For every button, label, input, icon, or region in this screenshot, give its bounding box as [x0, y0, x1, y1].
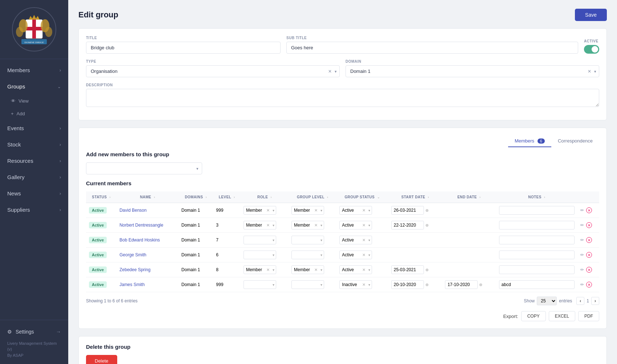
start-date-input[interactable]	[391, 280, 424, 289]
prev-page-button[interactable]: ‹	[576, 297, 584, 305]
sidebar-item-resources[interactable]: Resources ›	[0, 153, 68, 169]
tab-correspondence[interactable]: Correspondence	[551, 135, 599, 147]
active-toggle[interactable]	[584, 45, 599, 54]
role-select[interactable]: MemberAdminSecretary	[244, 221, 276, 229]
col-notes[interactable]: NOTES ›	[496, 191, 578, 203]
role-select[interactable]: MemberAdminSecretary	[244, 265, 276, 274]
group-status-select[interactable]: ActiveInactive	[339, 251, 372, 259]
delete-row-icon[interactable]: ✕	[586, 237, 592, 243]
type-clear-icon[interactable]: ✕	[328, 69, 332, 74]
start-date-clear[interactable]: ⊗	[425, 223, 429, 228]
role-select[interactable]: MemberAdminSecretary	[244, 251, 276, 259]
group-level-select[interactable]: MemberAdmin	[291, 236, 324, 244]
subtitle-input[interactable]	[286, 42, 578, 54]
notes-input[interactable]	[499, 206, 575, 215]
role-select[interactable]: MemberAdminSecretary	[244, 236, 276, 244]
group-status-clear-icon[interactable]: ✕	[362, 268, 365, 272]
edit-icon[interactable]: ✏	[580, 252, 584, 257]
start-date-clear[interactable]: ⊗	[425, 268, 429, 272]
group-level-clear-icon[interactable]: ✕	[314, 208, 318, 213]
delete-row-icon[interactable]: ✕	[586, 207, 592, 213]
notes-input[interactable]	[499, 251, 575, 259]
group-status-clear-icon[interactable]: ✕	[362, 282, 365, 287]
start-date-input[interactable]	[391, 265, 424, 274]
group-level-select[interactable]: MemberAdmin	[291, 265, 324, 274]
edit-icon[interactable]: ✏	[580, 208, 584, 213]
notes-input[interactable]	[499, 280, 575, 289]
notes-input[interactable]	[499, 236, 575, 244]
group-level-select[interactable]: MemberAdmin	[291, 251, 324, 259]
show-select[interactable]: 25 50 100	[537, 297, 557, 305]
start-date-input[interactable]	[391, 206, 424, 215]
group-level-select[interactable]: MemberAdmin	[291, 206, 324, 215]
add-member-select[interactable]	[86, 162, 202, 174]
edit-icon[interactable]: ✏	[580, 237, 584, 243]
col-group-status[interactable]: GROUP STATUS ⌄	[336, 191, 388, 203]
group-status-select[interactable]: ActiveInactive	[339, 206, 372, 215]
sidebar-sub-item-view[interactable]: 👁 View	[0, 95, 68, 107]
delete-button[interactable]: Delete	[86, 355, 117, 364]
role-select[interactable]: MemberAdminSecretary	[244, 280, 276, 289]
col-name[interactable]: NAME ›	[117, 191, 179, 203]
sidebar-item-suppliers[interactable]: Suppliers ›	[0, 202, 68, 218]
group-status-select[interactable]: ActiveInactive	[339, 265, 372, 274]
col-start-date[interactable]: START DATE ›	[388, 191, 442, 203]
role-clear-icon[interactable]: ✕	[266, 208, 270, 213]
next-page-button[interactable]: ›	[591, 297, 599, 305]
group-status-select[interactable]: ActiveInactive	[339, 236, 372, 244]
group-status-clear-icon[interactable]: ✕	[362, 253, 365, 257]
sidebar-item-groups[interactable]: Groups ⌄	[0, 78, 68, 95]
role-select[interactable]: MemberAdminSecretary	[244, 206, 276, 215]
excel-button[interactable]: EXCEL	[549, 311, 575, 321]
save-button[interactable]: Save	[575, 9, 607, 21]
role-clear-icon[interactable]: ✕	[266, 223, 270, 228]
group-status-clear-icon[interactable]: ✕	[362, 223, 365, 228]
edit-icon[interactable]: ✏	[580, 267, 584, 272]
group-status-select[interactable]: ActiveInactive	[339, 280, 372, 289]
sidebar-item-stock[interactable]: Stock ›	[0, 136, 68, 153]
group-level-select[interactable]: MemberAdmin	[291, 280, 324, 289]
domain-clear-icon[interactable]: ✕	[588, 69, 591, 74]
pdf-button[interactable]: PDF	[578, 311, 599, 321]
group-level-clear-icon[interactable]: ✕	[314, 223, 318, 228]
group-status-clear-icon[interactable]: ✕	[362, 208, 365, 213]
col-group-level[interactable]: GROUP LEVEL ›	[289, 191, 336, 203]
group-status-clear-icon[interactable]: ✕	[362, 238, 365, 243]
title-input[interactable]	[86, 42, 281, 54]
type-select[interactable]: Organisation	[86, 65, 340, 77]
member-name-link[interactable]: Zebedee Spring	[119, 267, 150, 272]
role-clear-icon[interactable]: ✕	[266, 268, 270, 272]
group-status-select[interactable]: ActiveInactive	[339, 221, 372, 229]
member-name-link[interactable]: James Smith	[119, 282, 144, 287]
start-date-input[interactable]	[391, 221, 424, 229]
delete-row-icon[interactable]: ✕	[586, 252, 592, 258]
end-date-input[interactable]	[445, 280, 478, 289]
sidebar-item-events[interactable]: Events ›	[0, 120, 68, 136]
sidebar-item-news[interactable]: News ›	[0, 185, 68, 202]
delete-row-icon[interactable]: ✕	[586, 222, 592, 228]
notes-input[interactable]	[499, 265, 575, 274]
end-date-clear[interactable]: ⊗	[479, 282, 482, 287]
member-name-link[interactable]: Bob Edward Hoskins	[119, 237, 160, 243]
col-end-date[interactable]: END DATE ›	[442, 191, 496, 203]
member-name-link[interactable]: Norbert Dentressangle	[119, 223, 163, 228]
domain-select[interactable]: Domain 1	[346, 65, 599, 77]
start-date-clear[interactable]: ⊗	[425, 208, 429, 213]
sidebar-item-members[interactable]: Members ›	[0, 62, 68, 78]
group-level-clear-icon[interactable]: ✕	[314, 268, 318, 272]
group-level-select[interactable]: MemberAdmin	[291, 221, 324, 229]
start-date-clear[interactable]: ⊗	[425, 282, 429, 287]
sidebar-sub-item-add[interactable]: + Add	[0, 107, 68, 120]
delete-row-icon[interactable]: ✕	[586, 282, 592, 288]
col-level[interactable]: LEVEL ›	[213, 191, 241, 203]
description-input[interactable]	[86, 89, 599, 107]
notes-input[interactable]	[499, 221, 575, 229]
edit-icon[interactable]: ✏	[580, 282, 584, 287]
sidebar-item-gallery[interactable]: Gallery ›	[0, 169, 68, 185]
settings-link[interactable]: ⚙ Settings →	[7, 326, 61, 338]
col-domains[interactable]: DOMAINS ›	[179, 191, 213, 203]
delete-row-icon[interactable]: ✕	[586, 267, 592, 273]
col-status[interactable]: STATUS ›	[86, 191, 117, 203]
member-name-link[interactable]: David Benson	[119, 208, 147, 213]
copy-button[interactable]: COPY	[521, 311, 546, 321]
